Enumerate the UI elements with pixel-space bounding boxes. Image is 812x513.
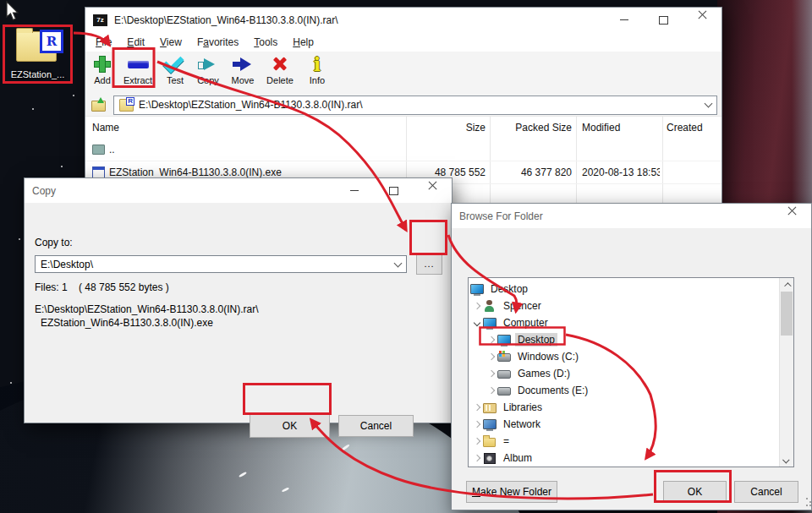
window-title: E:\Desktop\EZStation_Win64-B1130.3.8.0(I…: [114, 14, 605, 26]
tree-item-desktop[interactable]: Desktop: [469, 281, 793, 297]
computer-icon: [483, 317, 497, 329]
chevron-right-icon[interactable]: [473, 438, 480, 445]
menu-file[interactable]: File: [88, 35, 119, 50]
maximize-button[interactable]: [644, 8, 683, 32]
mouse-cursor: [5, 1, 24, 23]
make-new-folder-button[interactable]: Make New Folder: [466, 481, 557, 503]
ok-button[interactable]: OK: [663, 481, 727, 503]
folder-up-icon: [92, 145, 105, 155]
cancel-button[interactable]: Cancel: [734, 481, 798, 503]
menu-edit[interactable]: Edit: [119, 35, 152, 50]
toolbar-move-button[interactable]: Move: [225, 54, 261, 90]
tree-item--[interactable]: =: [469, 433, 793, 450]
tree-item-windows-c-[interactable]: Windows (C:): [469, 348, 793, 365]
menu-view[interactable]: View: [152, 35, 189, 50]
copy-to-label: Copy to:: [35, 237, 73, 248]
menu-help[interactable]: Help: [285, 35, 321, 50]
tree-item-desktop[interactable]: Desktop: [469, 331, 793, 348]
desktop-screen: R EZStation_... 7z E:\Desktop\EZStation_…: [0, 0, 812, 513]
tree-item-network[interactable]: Network: [469, 416, 793, 433]
menu-tools[interactable]: Tools: [246, 35, 285, 50]
tree-item-libraries[interactable]: Libraries: [469, 399, 793, 416]
toolbar-info-button[interactable]: Info: [299, 54, 335, 90]
chevron-right-icon[interactable]: [487, 353, 494, 360]
desktop-shortcut-ezstation[interactable]: R EZStation_...: [3, 25, 72, 83]
destination-combobox[interactable]: E:\Desktop\: [35, 255, 407, 273]
close-icon[interactable]: [787, 210, 798, 221]
dialog-title: Copy: [32, 185, 335, 197]
close-icon[interactable]: [427, 185, 438, 196]
maximize-button[interactable]: [374, 179, 413, 203]
chevron-down-icon[interactable]: [473, 319, 480, 326]
toolbar-label: Add: [94, 75, 111, 85]
file-name: ..: [109, 144, 115, 156]
scrollbar[interactable]: [779, 278, 793, 467]
tree-item-album[interactable]: Album: [469, 450, 793, 467]
copy-dialog-titlebar[interactable]: Copy: [25, 178, 452, 203]
row-cell: [667, 139, 743, 161]
drive-windows-icon: [497, 351, 511, 363]
table-row[interactable]: ..: [85, 139, 721, 161]
star: [61, 166, 63, 167]
scrollbar-thumb[interactable]: [781, 292, 793, 336]
chevron-right-icon[interactable]: [487, 370, 494, 377]
toolbar-copy-button[interactable]: Copy: [191, 54, 225, 90]
header-created[interactable]: Created: [667, 117, 743, 139]
menu-favorites[interactable]: Favorites: [189, 35, 246, 50]
tree-item-spencer[interactable]: Spencer: [469, 297, 793, 314]
chevron-right-icon[interactable]: [473, 421, 480, 428]
source-file-name: EZStation_Win64-B1130.3.8.0(IN).exe: [41, 317, 213, 329]
archive-file-icon: [119, 99, 134, 112]
header-modified[interactable]: Modified: [582, 117, 660, 139]
address-path: E:\Desktop\EZStation_Win64-B1130.3.8.0(I…: [139, 99, 700, 111]
header-name[interactable]: Name: [92, 117, 401, 139]
toolbar-extract-button[interactable]: Extract: [117, 54, 159, 90]
exe-icon: [92, 166, 105, 178]
tree-item-label: Games (D:): [515, 367, 573, 380]
drive-icon: [497, 385, 511, 396]
chevron-down-icon[interactable]: [705, 100, 713, 108]
files-summary: Files: 1 ( 48 785 552 bytes ): [35, 281, 169, 293]
address-combobox[interactable]: E:\Desktop\EZStation_Win64-B1130.3.8.0(I…: [113, 96, 717, 115]
folder-icon: [483, 435, 497, 447]
folder-tree: DesktopSpencerComputerDesktopWindows (C:…: [468, 277, 794, 467]
chevron-right-icon[interactable]: [473, 455, 480, 461]
chevron-right-icon[interactable]: [473, 404, 480, 411]
star: [73, 95, 74, 96]
sevenzip-app-icon: 7z: [93, 14, 107, 26]
toolbar-add-button[interactable]: Add: [88, 54, 117, 90]
chevron-right-icon[interactable]: [487, 336, 494, 343]
cancel-button[interactable]: Cancel: [338, 415, 414, 437]
tree-item-documents-e-[interactable]: Documents (E:): [469, 382, 793, 399]
star: [10, 382, 12, 384]
close-icon[interactable]: [697, 14, 708, 25]
tree-item-computer[interactable]: Computer: [469, 314, 793, 331]
chevron-down-icon[interactable]: [394, 259, 403, 267]
tree-item-games-d-[interactable]: Games (D:): [469, 365, 793, 382]
minimize-button[interactable]: [605, 8, 644, 32]
up-one-level-icon[interactable]: [90, 96, 108, 113]
ok-button[interactable]: OK: [250, 414, 330, 438]
scroll-up-icon[interactable]: [780, 278, 793, 291]
address-bar: E:\Desktop\EZStation_Win64-B1130.3.8.0(I…: [85, 94, 721, 116]
resize-grip[interactable]: [799, 498, 808, 506]
header-packed-size[interactable]: Packed Size: [491, 117, 572, 139]
toolbar-test-button[interactable]: Test: [159, 54, 191, 90]
minimize-button[interactable]: [335, 179, 374, 203]
album-icon: [483, 452, 497, 464]
toolbar-delete-button[interactable]: Delete: [261, 54, 299, 90]
browse-dialog-titlebar[interactable]: Browse For Folder: [452, 204, 811, 228]
row-cell: [582, 139, 660, 161]
tree-item-label: =: [501, 434, 512, 448]
tree-item-label: Desktop: [515, 333, 557, 347]
header-size[interactable]: Size: [408, 117, 486, 139]
chevron-right-icon[interactable]: [473, 303, 480, 309]
browse-destination-button[interactable]: ...: [416, 253, 442, 275]
toolbar: AddExtractTestCopyMoveDeleteInfo: [85, 52, 721, 94]
tree-item-partial[interactable]: [469, 467, 793, 467]
user-icon: [483, 300, 497, 312]
scroll-down-icon[interactable]: [780, 454, 793, 467]
chevron-right-icon[interactable]: [487, 387, 494, 394]
test-icon: [162, 52, 184, 73]
sevenzip-titlebar[interactable]: 7z E:\Desktop\EZStation_Win64-B1130.3.8.…: [85, 8, 721, 32]
